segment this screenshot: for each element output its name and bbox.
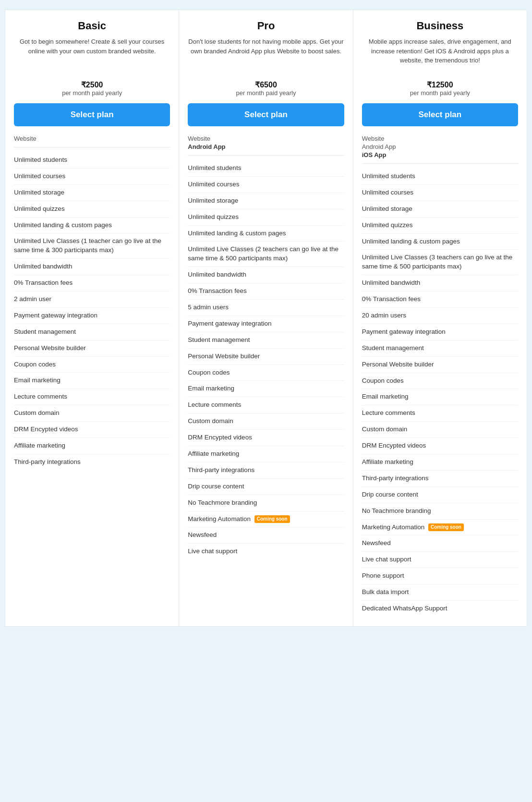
platform-line-business: Website xyxy=(362,135,518,142)
list-item: Personal Website builder xyxy=(14,340,170,357)
platform-line-pro: Website xyxy=(188,135,344,142)
list-item: Bulk data import xyxy=(362,584,518,601)
list-item: Phone support xyxy=(362,568,518,584)
list-item: Unlimited students xyxy=(362,169,518,185)
list-item: Unlimited quizzes xyxy=(362,218,518,234)
list-item: Affiliate marketing xyxy=(14,438,170,454)
plan-col-business: BusinessMobile apps increase sales, driv… xyxy=(353,10,527,627)
list-item: Email marketing xyxy=(188,381,344,397)
feature-text: Marketing Automation xyxy=(362,523,426,531)
list-item: Email marketing xyxy=(362,389,518,405)
list-item: Student management xyxy=(188,332,344,349)
coming-soon-badge: Coming soon xyxy=(428,523,464,531)
list-item: No Teachmore branding xyxy=(188,495,344,511)
list-item: Payment gateway integration xyxy=(188,316,344,332)
divider-pro xyxy=(188,155,344,156)
list-item: Lecture comments xyxy=(362,405,518,422)
list-item: Unlimited bandwidth xyxy=(362,275,518,292)
plan-desc-business: Mobile apps increase sales, drive engage… xyxy=(362,37,518,72)
list-item: Unlimited courses xyxy=(14,169,170,185)
list-item: Affiliate marketing xyxy=(188,446,344,462)
list-item: Lecture comments xyxy=(188,397,344,413)
list-item: Third-party integrations xyxy=(188,462,344,479)
list-item: Coupon codes xyxy=(188,365,344,381)
divider-basic xyxy=(14,147,170,147)
list-item: Live chat support xyxy=(362,552,518,568)
select-plan-button-business[interactable]: Select plan xyxy=(362,103,518,126)
plan-billing-business: per month paid yearly xyxy=(362,89,518,97)
list-item: Unlimited students xyxy=(14,152,170,169)
list-item: DRM Encypted videos xyxy=(14,422,170,438)
list-item: 0% Transaction fees xyxy=(14,275,170,292)
list-item: Third-party integrations xyxy=(362,471,518,487)
list-item: Third-party integrations xyxy=(14,454,170,470)
list-item: Unlimited storage xyxy=(362,201,518,218)
list-item: 0% Transaction fees xyxy=(188,283,344,300)
list-item: Unlimited students xyxy=(188,160,344,177)
list-item: Unlimited storage xyxy=(188,193,344,209)
list-item: Email marketing xyxy=(14,373,170,389)
list-item: 5 admin users xyxy=(188,300,344,316)
list-item: Unlimited Live Classes (3 teachers can g… xyxy=(362,250,518,275)
list-item: Drip course content xyxy=(188,479,344,495)
list-item: Lecture comments xyxy=(14,389,170,405)
list-item: Unlimited landing & custom pages xyxy=(14,218,170,234)
features-list-business: Unlimited studentsUnlimited coursesUnlim… xyxy=(362,169,518,617)
plan-price-basic: ₹2500 xyxy=(14,80,170,89)
plans-container: BasicGot to begin somewhere! Create & se… xyxy=(5,10,527,627)
list-item: Newsfeed xyxy=(362,535,518,552)
list-item: Unlimited quizzes xyxy=(14,201,170,218)
plan-desc-pro: Don't lose students for not having mobil… xyxy=(188,37,344,72)
list-item: Unlimited storage xyxy=(14,185,170,201)
plan-desc-basic: Got to begin somewhere! Create & sell yo… xyxy=(14,37,170,72)
list-item: DRM Encypted videos xyxy=(362,438,518,454)
list-item: Unlimited landing & custom pages xyxy=(188,226,344,242)
list-item: Custom domain xyxy=(188,413,344,430)
list-item: Dedicated WhatsApp Support xyxy=(362,601,518,617)
list-item: Live chat support xyxy=(188,544,344,559)
list-item: Newsfeed xyxy=(188,527,344,544)
plan-col-basic: BasicGot to begin somewhere! Create & se… xyxy=(5,10,179,627)
list-item: Unlimited Live Classes (2 teachers can g… xyxy=(188,242,344,267)
plan-price-area-business: ₹12500per month paid yearly xyxy=(362,80,518,97)
list-item: 0% Transaction fees xyxy=(362,292,518,308)
plan-price-pro: ₹6500 xyxy=(188,80,344,89)
select-plan-button-pro[interactable]: Select plan xyxy=(188,103,344,126)
list-item: Custom domain xyxy=(14,405,170,422)
list-item: Student management xyxy=(14,324,170,340)
list-item: Unlimited courses xyxy=(188,177,344,193)
list-item: Payment gateway integration xyxy=(14,308,170,324)
list-item: 2 admin user xyxy=(14,292,170,308)
list-item: Coupon codes xyxy=(362,373,518,389)
plan-col-pro: ProDon't lose students for not having mo… xyxy=(179,10,352,627)
list-item: Student management xyxy=(362,340,518,357)
list-item: No Teachmore branding xyxy=(362,503,518,520)
platform-line-pro: Android App xyxy=(188,143,344,150)
plan-billing-basic: per month paid yearly xyxy=(14,89,170,97)
list-item: Unlimited Live Classes (1 teacher can go… xyxy=(14,233,170,259)
plan-price-area-basic: ₹2500per month paid yearly xyxy=(14,80,170,97)
list-item: Custom domain xyxy=(362,422,518,438)
list-item: Payment gateway integration xyxy=(362,324,518,340)
list-item: Unlimited quizzes xyxy=(188,209,344,226)
plan-name-basic: Basic xyxy=(14,20,170,32)
coming-soon-badge: Coming soon xyxy=(254,515,290,523)
list-item: Marketing Automation Coming soon xyxy=(362,520,518,536)
feature-text: Marketing Automation xyxy=(188,515,252,523)
list-item: Unlimited landing & custom pages xyxy=(362,234,518,250)
divider-business xyxy=(362,163,518,164)
plan-name-pro: Pro xyxy=(188,20,344,32)
select-plan-button-basic[interactable]: Select plan xyxy=(14,103,170,126)
features-list-basic: Unlimited studentsUnlimited coursesUnlim… xyxy=(14,152,170,470)
platform-line-business: iOS App xyxy=(362,151,518,158)
plan-price-business: ₹12500 xyxy=(362,80,518,89)
platform-line-basic: Website xyxy=(14,135,170,142)
plan-price-area-pro: ₹6500per month paid yearly xyxy=(188,80,344,97)
platform-line-business: Android App xyxy=(362,143,518,150)
list-item: 20 admin users xyxy=(362,308,518,324)
list-item: Marketing Automation Coming soon xyxy=(188,511,344,528)
list-item: Affiliate marketing xyxy=(362,454,518,471)
list-item: Drip course content xyxy=(362,487,518,503)
list-item: Personal Website builder xyxy=(188,349,344,365)
plan-name-business: Business xyxy=(362,20,518,32)
